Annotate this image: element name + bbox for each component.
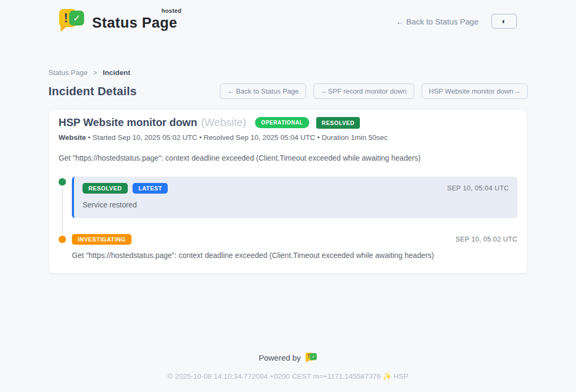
timeline-entry-resolved: RESOLVED LATEST SEP 10, 05:04 UTC Servic… [59, 177, 517, 218]
resolved-badge: RESOLVED [316, 117, 360, 129]
header: ! ✓ Status Page hosted ← Back to Status … [59, 0, 517, 35]
timeline-entry-content: RESOLVED LATEST SEP 10, 05:04 UTC Servic… [72, 177, 517, 218]
meta-details: • Started Sep 10, 2025 05:02 UTC • Resol… [88, 134, 388, 141]
incident-nav-buttons: ← Back to Status Page ←SPF record monito… [220, 84, 528, 99]
timeline-message: Service restored [83, 201, 509, 209]
powered-by-link[interactable]: Powered by ! ✓ [259, 352, 317, 363]
timeline-connector-line [62, 185, 63, 234]
incident-title: HSP Website monitor down [59, 116, 197, 129]
timeline-dot-orange [59, 236, 66, 243]
mini-check-icon: ✓ [310, 353, 317, 360]
timeline-badges: RESOLVED LATEST [83, 183, 168, 194]
theme-toggle-icon: ◐ [501, 16, 506, 26]
page-title: Incident Details [48, 85, 137, 98]
powered-by-label: Powered by [259, 353, 301, 362]
powered-by-logo-icon: ! ✓ [306, 352, 317, 363]
latest-status-badge: LATEST [133, 183, 168, 194]
title-row: Incident Details ← Back to Status Page ←… [48, 84, 528, 99]
incident-description: Get "https://hostedstatus.page": context… [59, 154, 517, 162]
incident-timeline: RESOLVED LATEST SEP 10, 05:04 UTC Servic… [59, 177, 517, 260]
timeline-entry-investigating: INVESTIGATING SEP 10, 05:02 UTC Get "htt… [59, 234, 517, 260]
incident-card: HSP Website monitor down (Website) OPERA… [48, 109, 528, 274]
incident-component: (Website) [201, 116, 246, 129]
copyright-text: © 2025-10-08 14:10:34.772084 +0200 CEST … [0, 372, 576, 380]
breadcrumb-incident: Incident [103, 69, 130, 77]
timeline-highlight-box: RESOLVED LATEST SEP 10, 05:04 UTC Servic… [72, 177, 517, 218]
logo-hosted-label: hosted [161, 7, 182, 14]
timeline-entry-head: RESOLVED LATEST SEP 10, 05:04 UTC [83, 183, 509, 194]
breadcrumb: Status Page > Incident [48, 69, 528, 77]
timeline-entry-content: INVESTIGATING SEP 10, 05:02 UTC Get "htt… [72, 234, 517, 260]
meta-component: Website [59, 134, 86, 141]
operational-badge: OPERATIONAL [255, 117, 310, 128]
investigating-status-badge: INVESTIGATING [72, 234, 131, 245]
footer: Powered by ! ✓ © 2025-10-08 14:10:34.772… [0, 352, 576, 392]
timeline-badges: INVESTIGATING [72, 234, 131, 245]
check-icon: ✓ [69, 11, 84, 26]
mini-exclamation-icon: ! [308, 353, 309, 359]
logo-title: Status Page hosted [92, 7, 177, 31]
logo-bubble-tail [61, 26, 68, 32]
timeline-entry-head: INVESTIGATING SEP 10, 05:02 UTC [72, 234, 517, 245]
timeline-timestamp: SEP 10, 05:02 UTC [456, 236, 517, 243]
theme-toggle-button[interactable]: ◐ [491, 14, 517, 29]
main-content: Status Page > Incident Incident Details … [48, 69, 528, 352]
timeline-dot-green [59, 178, 66, 186]
incident-title-row: HSP Website monitor down (Website) OPERA… [59, 116, 517, 129]
breadcrumb-status-page[interactable]: Status Page [48, 69, 88, 77]
timeline-timestamp: SEP 10, 05:04 UTC [447, 185, 509, 192]
breadcrumb-separator: > [93, 69, 97, 77]
next-incident-button[interactable]: HSP Website monitor down→ [422, 84, 528, 99]
exclamation-icon: ! [64, 11, 68, 26]
status-page-logo-icon: ! ✓ [59, 7, 85, 35]
resolved-status-badge: RESOLVED [83, 183, 128, 194]
logo-link[interactable]: ! ✓ Status Page hosted [59, 7, 177, 35]
back-to-status-page-button[interactable]: ← Back to Status Page [220, 84, 306, 99]
mini-logo-bubble-tail [306, 360, 309, 363]
timeline-message: Get "https://hostedstatus.page": context… [72, 251, 517, 260]
logo-title-text: Status Page [92, 15, 177, 31]
header-right: ← Back to Status Page ◐ [396, 14, 517, 29]
prev-incident-button[interactable]: ←SPF record monitor down [314, 84, 414, 99]
header-back-link[interactable]: ← Back to Status Page [396, 17, 479, 26]
incident-meta: Website • Started Sep 10, 2025 05:02 UTC… [59, 134, 517, 141]
